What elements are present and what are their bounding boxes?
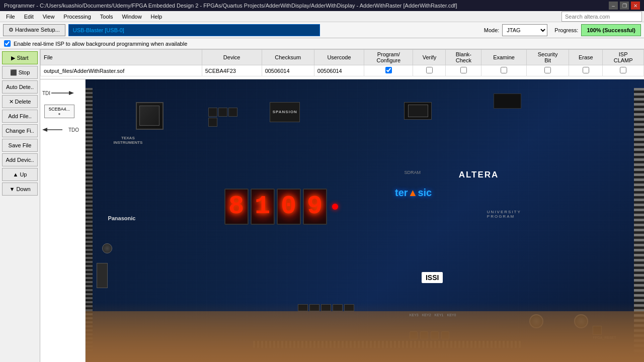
small-chip-cluster (208, 108, 238, 127)
start-button[interactable]: ▶ Start (2, 51, 38, 64)
cell-device: 5CEBA4F23 (202, 65, 262, 76)
table-row: output_files/AdderWithRaster.sof 5CEBA4F… (41, 65, 644, 76)
close-button[interactable]: ✕ (631, 2, 640, 10)
window-title: Programmer - C:/Users/kuashio/Documents/… (4, 3, 457, 9)
device-box-sublabel: ● (47, 112, 72, 116)
menu-processing[interactable]: Processing (59, 13, 95, 21)
search-input[interactable] (561, 12, 642, 22)
menu-view[interactable]: View (39, 13, 59, 21)
add-file-button[interactable]: Add File.. (2, 110, 38, 123)
cell-blank-check[interactable] (446, 65, 481, 76)
up-button[interactable]: ▲ Up (2, 168, 38, 181)
content-area: File Device Checksum Usercode Program/Co… (40, 49, 644, 362)
minimize-button[interactable]: – (609, 2, 618, 10)
security-bit-checkbox[interactable] (544, 67, 551, 73)
menu-window[interactable]: Window (118, 13, 145, 21)
small-chip-1 (208, 108, 217, 117)
cell-file: output_files/AdderWithRaster.sof (41, 65, 202, 76)
col-header-isp-clamp: ISPCLAMP (603, 50, 644, 65)
usb-blaster-input[interactable] (68, 24, 320, 36)
mode-label: Mode: (484, 27, 500, 33)
col-header-usercode: Usercode (314, 50, 364, 65)
cell-verify[interactable] (413, 65, 446, 76)
stop-button[interactable]: ⬛ Stop (2, 66, 38, 79)
device-box-label: 5CEBA4... (47, 107, 72, 112)
cell-examine[interactable] (481, 65, 526, 76)
ic-4 (333, 304, 343, 311)
cell-usercode: 00506014 (314, 65, 364, 76)
col-header-erase: Erase (569, 50, 603, 65)
menu-bar: File Edit View Processing Tools Window H… (0, 11, 644, 22)
col-header-security-bit: SecurityBit (526, 50, 569, 65)
col-header-blank-check: Blank-Check (446, 50, 481, 65)
digit-2: 0 (277, 189, 301, 225)
svg-marker-1 (69, 91, 74, 95)
ic-1 (298, 304, 308, 311)
menu-file[interactable]: File (2, 13, 19, 21)
sdram-chip-inner (408, 105, 428, 117)
cell-checksum: 00506014 (262, 65, 314, 76)
program-checkbox[interactable] (385, 67, 392, 73)
sdram-label: SDRAM (404, 170, 421, 175)
col-header-program: Program/Configure (364, 50, 413, 65)
cell-erase[interactable] (569, 65, 603, 76)
examine-checkbox[interactable] (501, 67, 507, 73)
delete-button[interactable]: ✕ Delete (2, 95, 38, 108)
save-file-button[interactable]: Save File (2, 139, 38, 152)
cell-isp-clamp[interactable] (603, 65, 644, 76)
menu-edit[interactable]: Edit (20, 13, 38, 21)
tdo-label: TDO (68, 127, 79, 133)
add-device-button[interactable]: Add Devic.. (2, 153, 38, 166)
small-chip-4 (208, 118, 217, 127)
digit-0-glow (225, 190, 248, 224)
university-program-label: UNIVERSITY PROGRAM (487, 210, 521, 219)
col-header-checksum: Checksum (262, 50, 314, 65)
col-header-examine: Examine (481, 50, 526, 65)
toolbar: ⚙ Hardware Setup... Mode: JTAG AS PS Pro… (0, 22, 644, 38)
hardware-setup-button[interactable]: ⚙ Hardware Setup... (3, 24, 65, 36)
diagram-area: TDI 5CEBA4... ● TDO (40, 79, 86, 362)
menu-tools[interactable]: Tools (96, 13, 117, 21)
restore-button[interactable]: ❐ (620, 2, 629, 10)
col-header-device: Device (202, 50, 262, 65)
svg-marker-3 (42, 128, 47, 132)
tdi-label: TDI (42, 90, 50, 96)
tdo-arrow (42, 126, 67, 133)
erase-checkbox[interactable] (583, 67, 589, 73)
tdi-section: TDI (42, 89, 76, 97)
auto-detect-button[interactable]: Auto Dete.. (2, 80, 38, 94)
blank-check-checkbox[interactable] (460, 67, 467, 73)
table-area: File Device Checksum Usercode Program/Co… (40, 49, 644, 79)
isp-clamp-checkbox[interactable] (620, 67, 626, 73)
verify-checkbox[interactable] (426, 67, 433, 73)
small-chip-2 (218, 108, 227, 117)
cell-security-bit[interactable] (526, 65, 569, 76)
device-box: 5CEBA4... ● (44, 105, 74, 118)
key-labels-row: KEY3 KEY2 KEY1 KEY0 (410, 313, 456, 317)
fpga-chip (136, 102, 164, 130)
cell-program[interactable] (364, 65, 413, 76)
top-right-area (494, 94, 521, 109)
isp-row: Enable real-time ISP to allow background… (0, 38, 644, 49)
terasic-logo: ter▲sic (395, 187, 432, 199)
sidebar: ▶ Start ⬛ Stop Auto Dete.. ✕ Delete Add … (0, 49, 40, 362)
digit-3-glow (304, 190, 326, 224)
mode-select[interactable]: JTAG AS PS (502, 24, 547, 36)
isp-label[interactable]: Enable real-time ISP to allow background… (14, 41, 187, 47)
progress-value: 100% (Successful) (581, 24, 641, 36)
down-button[interactable]: ▼ Down (2, 183, 38, 196)
image-area: TDI 5CEBA4... ● TDO (40, 79, 644, 362)
digit-1-glow (252, 190, 274, 224)
isp-checkbox[interactable] (4, 40, 11, 47)
small-ic-row (298, 304, 354, 311)
col-header-verify: Verify (413, 50, 446, 65)
menu-help[interactable]: Help (147, 13, 167, 21)
col-header-file: File (41, 50, 202, 65)
spansion-chip: SPANSION (270, 102, 300, 122)
issi-label: ISSI (422, 272, 443, 283)
change-file-button[interactable]: Change Fi.. (2, 124, 38, 137)
ti-label: TEXAS INSTRUMENTS (114, 136, 143, 145)
small-chip-3 (228, 108, 237, 117)
fpga-chip-inner (139, 106, 159, 126)
digit-0: 8 (224, 189, 249, 225)
